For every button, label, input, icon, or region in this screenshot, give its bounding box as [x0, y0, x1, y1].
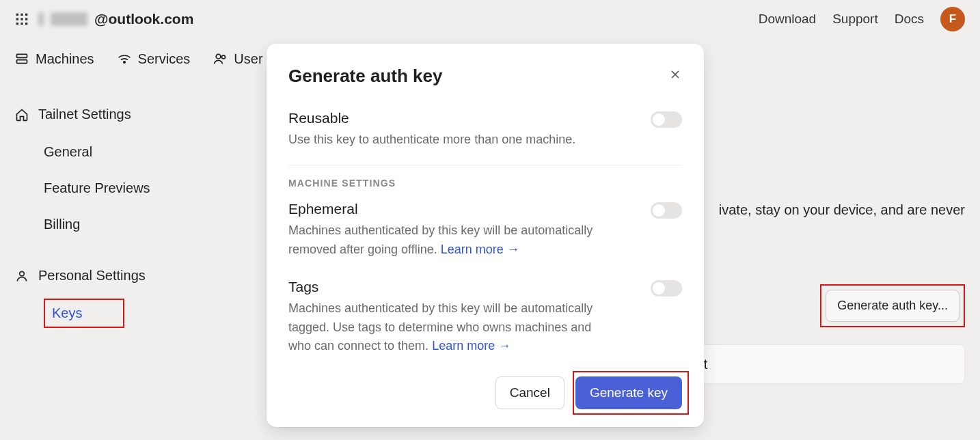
modal-title: Generate auth key: [288, 66, 442, 87]
cancel-button[interactable]: Cancel: [495, 376, 564, 409]
divider: [288, 165, 682, 165]
modal-footer: Cancel Generate key: [288, 376, 682, 409]
generate-auth-key-modal: Generate auth key Reusable Use this key …: [267, 44, 704, 427]
setting-ephemeral-desc: Machines authenticated by this key will …: [288, 221, 616, 260]
setting-ephemeral: Ephemeral Machines authenticated by this…: [288, 194, 682, 272]
setting-reusable-desc: Use this key to authenticate more than o…: [288, 130, 616, 150]
setting-reusable: Reusable Use this key to authenticate mo…: [288, 103, 682, 162]
close-icon[interactable]: [668, 68, 682, 85]
link-tags-learn-more[interactable]: Learn more: [432, 339, 511, 353]
link-ephemeral-learn-more[interactable]: Learn more: [441, 243, 519, 256]
toggle-ephemeral[interactable]: [651, 202, 682, 219]
toggle-tags[interactable]: [651, 280, 682, 297]
setting-tags: Tags Machines authenticated by this key …: [288, 272, 682, 369]
generate-key-button[interactable]: Generate key: [575, 376, 682, 409]
setting-tags-title: Tags: [288, 279, 651, 295]
setting-ephemeral-title: Ephemeral: [288, 201, 651, 217]
setting-reusable-title: Reusable: [288, 110, 651, 126]
modal-section-machine-settings: MACHINE SETTINGS: [288, 178, 682, 189]
setting-tags-desc: Machines authenticated by this key will …: [288, 299, 616, 357]
toggle-reusable[interactable]: [651, 111, 682, 128]
